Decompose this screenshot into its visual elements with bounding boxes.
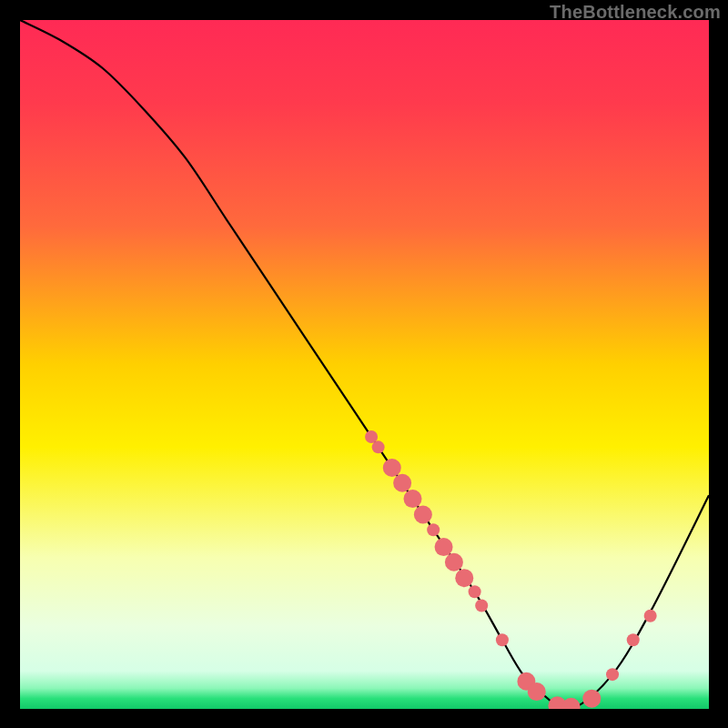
curve-marker <box>528 682 546 701</box>
curve-marker <box>414 506 432 524</box>
curve-marker <box>496 633 509 646</box>
curve-marker <box>627 633 640 646</box>
curve-marker <box>582 690 601 708</box>
curve-marker <box>393 474 411 492</box>
curve-marker <box>435 538 453 556</box>
chart-svg <box>0 0 728 728</box>
curve-marker <box>562 698 581 716</box>
curve-marker <box>427 523 440 536</box>
curve-marker <box>455 569 473 587</box>
plot-background <box>20 20 709 709</box>
curve-marker <box>372 440 385 453</box>
curve-marker <box>403 490 421 508</box>
curve-marker <box>445 553 463 571</box>
curve-marker <box>469 585 481 598</box>
watermark-text: TheBottleneck.com <box>550 2 721 23</box>
curve-marker <box>606 668 619 681</box>
curve-marker <box>475 599 488 612</box>
curve-marker <box>644 610 657 622</box>
chart-container: TheBottleneck.com <box>0 0 728 728</box>
curve-marker <box>383 459 401 477</box>
